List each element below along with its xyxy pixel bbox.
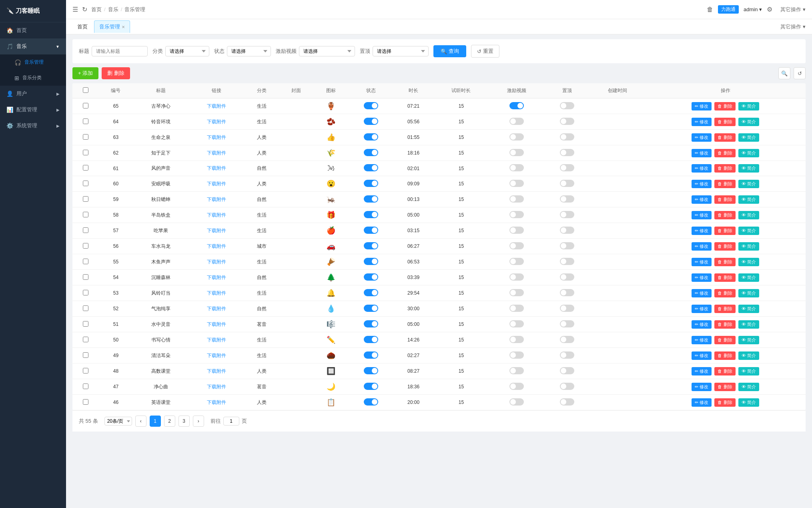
top-toggle[interactable] xyxy=(560,149,574,156)
delete-row-button[interactable]: 🗑 删除 xyxy=(714,118,735,126)
cell-status[interactable] xyxy=(348,332,393,348)
top-toggle[interactable] xyxy=(560,227,574,234)
cell-incentive[interactable] xyxy=(489,239,545,254)
cell-status[interactable] xyxy=(348,223,393,239)
cell-link[interactable]: 下载附件 xyxy=(189,348,245,363)
edit-button[interactable]: ✏ 修改 xyxy=(692,398,712,407)
sidebar-item-user[interactable]: 👤 用户 ▶ xyxy=(0,86,66,102)
top-toggle[interactable] xyxy=(560,320,574,327)
view-button[interactable]: 👁 简介 xyxy=(738,102,759,110)
row-checkbox[interactable] xyxy=(83,305,88,311)
sidebar-item-config[interactable]: 📊 配置管理 ▶ xyxy=(0,102,66,118)
sidebar-item-home[interactable]: 🏠 首页 xyxy=(0,22,66,38)
status-toggle[interactable] xyxy=(364,102,378,109)
edit-button[interactable]: ✏ 修改 xyxy=(692,180,712,188)
delete-row-button[interactable]: 🗑 删除 xyxy=(714,149,735,157)
status-toggle[interactable] xyxy=(364,227,378,234)
edit-button[interactable]: ✏ 修改 xyxy=(692,336,712,344)
row-checkbox[interactable] xyxy=(83,368,88,373)
top-select[interactable]: 请选择 xyxy=(373,46,429,56)
top-toggle[interactable] xyxy=(560,195,574,203)
cell-top[interactable] xyxy=(545,285,590,301)
add-button[interactable]: + 添加 xyxy=(72,67,98,79)
settings-icon[interactable]: ⚙ xyxy=(767,6,772,13)
row-checkbox[interactable] xyxy=(83,196,88,202)
incentive-toggle[interactable] xyxy=(509,258,524,265)
top-toggle[interactable] xyxy=(560,273,574,281)
edit-button[interactable]: ✏ 修改 xyxy=(692,273,712,282)
top-toggle[interactable] xyxy=(560,336,574,343)
cell-top[interactable] xyxy=(545,176,590,192)
row-checkbox[interactable] xyxy=(83,274,88,280)
top-toggle[interactable] xyxy=(560,242,574,249)
top-toggle[interactable] xyxy=(560,305,574,312)
cell-incentive[interactable] xyxy=(489,114,545,130)
row-checkbox[interactable] xyxy=(83,118,88,124)
view-button[interactable]: 👁 简介 xyxy=(738,367,759,375)
edit-button[interactable]: ✏ 修改 xyxy=(692,149,712,157)
delete-row-button[interactable]: 🗑 删除 xyxy=(714,320,735,329)
delete-row-button[interactable]: 🗑 删除 xyxy=(714,336,735,344)
view-button[interactable]: 👁 简介 xyxy=(738,351,759,360)
top-toggle[interactable] xyxy=(560,102,574,109)
cell-incentive[interactable] xyxy=(489,98,545,114)
category-select[interactable]: 请选择 xyxy=(165,46,209,56)
top-toggle[interactable] xyxy=(560,211,574,218)
row-checkbox[interactable] xyxy=(83,212,88,217)
status-toggle[interactable] xyxy=(364,367,378,374)
cell-link[interactable]: 下载附件 xyxy=(189,317,245,332)
cell-status[interactable] xyxy=(348,395,393,410)
cell-top[interactable] xyxy=(545,379,590,395)
view-button[interactable]: 👁 简介 xyxy=(738,320,759,329)
cell-incentive[interactable] xyxy=(489,145,545,161)
cell-status[interactable] xyxy=(348,98,393,114)
delete-row-button[interactable]: 🗑 删除 xyxy=(714,273,735,282)
view-button[interactable]: 👁 简介 xyxy=(738,242,759,251)
row-checkbox[interactable] xyxy=(83,165,88,171)
edit-button[interactable]: ✏ 修改 xyxy=(692,118,712,126)
status-toggle[interactable] xyxy=(364,118,378,125)
cell-top[interactable] xyxy=(545,192,590,207)
cell-status[interactable] xyxy=(348,317,393,332)
incentive-toggle[interactable] xyxy=(509,164,524,171)
cell-incentive[interactable] xyxy=(489,192,545,207)
tab-home[interactable]: 首页 xyxy=(72,21,92,33)
view-button[interactable]: 👁 简介 xyxy=(738,289,759,297)
refresh-icon[interactable]: ↻ xyxy=(82,6,87,13)
status-toggle[interactable] xyxy=(364,149,378,156)
incentive-toggle[interactable] xyxy=(509,320,524,327)
edit-button[interactable]: ✏ 修改 xyxy=(692,258,712,266)
status-toggle[interactable] xyxy=(364,351,378,359)
cell-top[interactable] xyxy=(545,145,590,161)
refresh-table-icon[interactable]: ↺ xyxy=(794,67,806,79)
view-button[interactable]: 👁 简介 xyxy=(738,211,759,219)
top-toggle[interactable] xyxy=(560,133,574,141)
cell-link[interactable]: 下载附件 xyxy=(189,254,245,270)
incentive-toggle[interactable] xyxy=(509,211,524,218)
top-toggle[interactable] xyxy=(560,118,574,125)
delete-row-button[interactable]: 🗑 删除 xyxy=(714,211,735,219)
cell-incentive[interactable] xyxy=(489,348,545,363)
top-toggle[interactable] xyxy=(560,164,574,171)
cell-incentive[interactable] xyxy=(489,332,545,348)
edit-button[interactable]: ✏ 修改 xyxy=(692,320,712,329)
cell-top[interactable] xyxy=(545,270,590,285)
status-toggle[interactable] xyxy=(364,164,378,171)
status-toggle[interactable] xyxy=(364,398,378,406)
edit-button[interactable]: ✏ 修改 xyxy=(692,305,712,313)
edit-button[interactable]: ✏ 修改 xyxy=(692,195,712,204)
sidebar-item-music-manage[interactable]: 🎧 音乐管理 xyxy=(0,54,66,70)
cell-top[interactable] xyxy=(545,223,590,239)
cell-top[interactable] xyxy=(545,114,590,130)
cell-link[interactable]: 下载附件 xyxy=(189,395,245,410)
cell-status[interactable] xyxy=(348,192,393,207)
other-ops-tab[interactable]: 其它操作 ▾ xyxy=(780,23,806,30)
cell-status[interactable] xyxy=(348,130,393,145)
batch-delete-button[interactable]: 删 删除 xyxy=(102,67,130,79)
delete-row-button[interactable]: 🗑 删除 xyxy=(714,351,735,360)
cell-incentive[interactable] xyxy=(489,395,545,410)
goto-input[interactable] xyxy=(223,417,239,426)
edit-button[interactable]: ✏ 修改 xyxy=(692,367,712,375)
row-checkbox[interactable] xyxy=(83,259,88,264)
cell-status[interactable] xyxy=(348,207,393,223)
